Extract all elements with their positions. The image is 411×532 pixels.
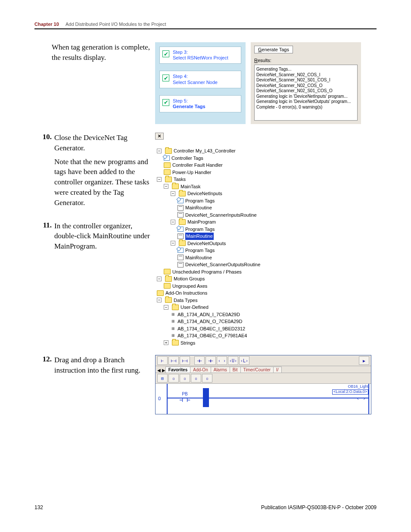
close-icon[interactable]: ×	[155, 133, 164, 140]
rung-area[interactable]: OB16_Light <Local:2:O.Data.0> 0 PB ⊣ ⊢ ‹…	[156, 384, 371, 414]
toolbar-button[interactable]: ⊢⊣	[168, 356, 179, 365]
step3-label: Step 3:	[173, 50, 188, 55]
toolbar-button[interactable]: ‹L›	[239, 356, 249, 365]
tree-item[interactable]: +Strings	[157, 339, 377, 347]
tree-item[interactable]: DeviceNet_ScannerOutputsRoutine	[157, 261, 377, 268]
tags-icon	[177, 227, 184, 232]
tree-item[interactable]: DeviceNet_ScannerInputsRoutine	[157, 212, 377, 219]
tree-item[interactable]: Controller Fault Handler	[157, 162, 377, 169]
toolbar-button[interactable]: ▫	[202, 374, 212, 383]
step-number: 10.	[34, 133, 54, 141]
tree-item[interactable]: ▦AB_1734_OB4EC_I_9BED2312	[157, 325, 377, 333]
toolbar-button[interactable]: ⊢⊣	[180, 356, 190, 365]
toolbar-button[interactable]: ▫	[191, 374, 201, 383]
tree-item[interactable]: −User-Defined	[157, 304, 377, 311]
toolbar-button[interactable]: ▫	[180, 374, 190, 383]
udt-icon: ▦	[171, 326, 176, 331]
header-rule	[34, 28, 377, 29]
udt-icon: ▦	[171, 319, 176, 324]
tree-item[interactable]: MainRoutine	[157, 254, 377, 261]
tree-item[interactable]: Unscheduled Programs / Phases	[157, 268, 377, 276]
rung-line	[167, 398, 369, 398]
tree-item[interactable]: MainRoutine	[157, 204, 377, 212]
step5-label: Step 5:	[173, 98, 188, 103]
toolbar-button[interactable]: ▫	[168, 374, 179, 383]
routine-icon	[177, 255, 184, 260]
udt-icon: ▦	[171, 312, 176, 317]
tree-item[interactable]: −Data Types	[157, 297, 377, 304]
tree-item-selected[interactable]: MainRoutine	[157, 233, 377, 240]
tab-favorites[interactable]: Favorites	[165, 367, 190, 373]
routine-icon	[177, 262, 184, 268]
tree-item[interactable]: −Motion Groups	[157, 275, 377, 283]
output-label: OB16_Light <Local:2:O.Data.0>	[332, 385, 368, 395]
figure-controller-organizer: × −Controller My_L43_Controller Controll…	[155, 133, 377, 346]
branch-instruction[interactable]	[203, 388, 209, 407]
tree-item[interactable]: ▦AB_1734_ADN_I_7CE0A29D	[157, 311, 377, 318]
tab-addon[interactable]: Add-On	[190, 367, 211, 373]
tree-item[interactable]: Ungrouped Axes	[157, 283, 377, 290]
step10-text1: Close the DeviceNet Tag Generator.	[54, 133, 151, 153]
generate-tags-button[interactable]: Generate Tags	[254, 46, 293, 53]
results-label: Results:	[254, 58, 358, 63]
step10-text2: Note that the new programs and tags have…	[54, 157, 151, 208]
chapter-title: Add Distributed Point I/O Modules to the…	[65, 22, 166, 27]
step12-text: Drag and drop a Branch instruction into …	[54, 355, 151, 376]
contact-instruction[interactable]: PB ⊣ ⊢	[179, 392, 190, 403]
step-number: 11.	[34, 221, 54, 230]
routine-icon	[177, 233, 184, 239]
ladder-toolbar: ⊢ ⊢⊣ ⊢⊣ ⊣⊢ ⊣⊢ ‹ › ‹U› ‹L› ▶	[156, 355, 371, 366]
output-instruction[interactable]: ‹ ›	[356, 395, 366, 401]
toolbar-button[interactable]: ⊣⊢	[206, 356, 216, 365]
toolbar-button[interactable]: ⊣⊢	[194, 356, 205, 365]
rung-number: 0	[158, 396, 161, 401]
toolbar-button[interactable]: ⊢	[157, 356, 168, 365]
tree-item[interactable]: Program Tags	[157, 247, 377, 254]
step3-text: Select RSNetWorx Project	[173, 55, 228, 60]
step4-text: Select Scanner Node	[173, 80, 218, 85]
check-icon: ✔	[162, 50, 169, 57]
tree-item[interactable]: Power-Up Handler	[157, 169, 377, 176]
folder-icon	[164, 283, 171, 289]
udt-icon: ▦	[171, 333, 176, 338]
scroll-right-icon[interactable]: ▶	[359, 356, 369, 365]
tree-item[interactable]: ▦AB_1734_ADN_O_7CE0A29D	[157, 318, 377, 325]
tab-timer[interactable]: Timer/Counter	[240, 367, 274, 373]
left-rail	[167, 384, 168, 414]
toolbar-button[interactable]: ⊞	[157, 374, 168, 383]
step5-card: ✔ Step 5: Generate Tags	[159, 95, 241, 112]
right-rail	[368, 384, 369, 414]
step4-label: Step 4:	[173, 74, 188, 79]
ladder-tabs: ◀ ▶ Favorites Add-On Alarms Bit Timer/Co…	[156, 366, 371, 373]
intro-text: When tag generation is complete, the res…	[52, 42, 151, 63]
toolbar-button[interactable]: ‹ ›	[217, 356, 227, 365]
tree-item[interactable]: ▦AB_1734_OB4EC_O_F7981AE4	[157, 332, 377, 339]
page-number: 132	[34, 504, 43, 510]
publication-id: Publication IASIMP-QS003B-EN-P - October…	[261, 504, 377, 510]
tree-item[interactable]: Add-On Instructions	[157, 289, 377, 297]
results-box: Generating Tags... DeviceNet_Scanner_N02…	[254, 65, 358, 121]
folder-icon	[164, 269, 171, 274]
tree-tasks[interactable]: −Tasks	[157, 176, 377, 183]
tree-item[interactable]: −DeviceNetInputs	[157, 190, 377, 197]
toolbar-button[interactable]: ‹U›	[228, 356, 238, 365]
tree-item[interactable]: Controller Tags	[157, 155, 377, 162]
tags-icon	[177, 248, 184, 253]
folder-icon	[164, 162, 171, 168]
figure-tag-generator: ✔ Step 3: Select RSNetWorx Project ✔ Ste…	[155, 42, 377, 124]
tree-item[interactable]: −MainTask	[157, 183, 377, 190]
step11-text: In the controller organizer, double-clic…	[54, 221, 151, 252]
tree-item[interactable]: Program Tags	[157, 226, 377, 233]
running-head: Chapter 10 Add Distributed Point I/O Mod…	[34, 22, 377, 27]
routine-icon	[177, 212, 184, 218]
tree-item[interactable]: −DeviceNetOutputs	[157, 240, 377, 247]
ladder-toolbar2: ⊞ ▫ ▫ ▫ ▫	[156, 373, 371, 384]
tab-bit[interactable]: Bit	[230, 367, 241, 373]
tab-more[interactable]: I/	[273, 367, 282, 373]
tags-icon	[177, 198, 184, 203]
tree-item[interactable]: −MainProgram	[157, 218, 377, 226]
tree-item[interactable]: Program Tags	[157, 197, 377, 205]
tab-alarms[interactable]: Alarms	[211, 367, 230, 373]
chapter-label: Chapter 10	[34, 22, 59, 27]
tree-controller[interactable]: −Controller My_L43_Controller	[157, 147, 377, 155]
